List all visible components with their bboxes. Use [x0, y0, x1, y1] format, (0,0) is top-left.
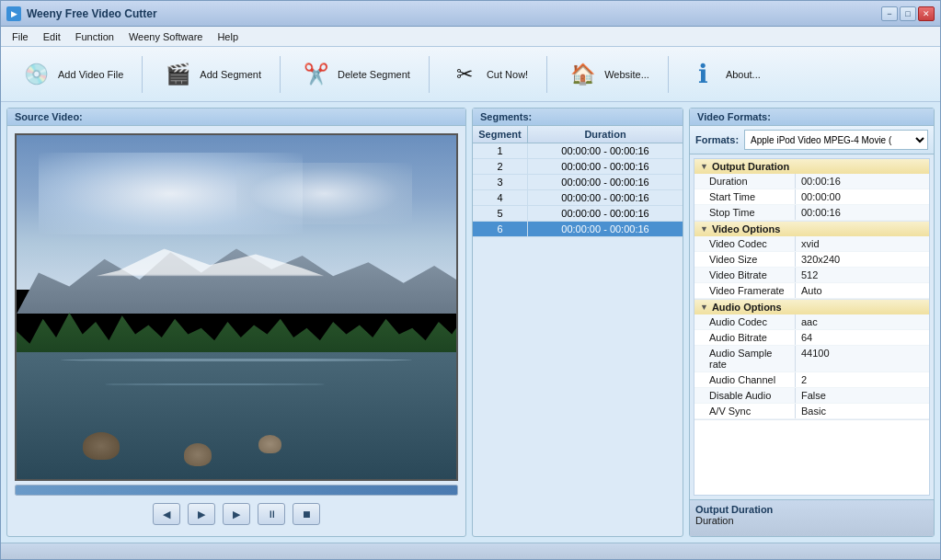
- add-segment-button[interactable]: 🎬 Add Segment: [152, 54, 270, 95]
- add-video-icon: 💿: [19, 58, 52, 91]
- toolbar: 💿 Add Video File 🎬 Add Segment ✂️ Delete…: [1, 47, 940, 102]
- menu-bar: File Edit Function Weeny Software Help: [1, 27, 940, 47]
- prop-achannel-value: 2: [796, 372, 929, 387]
- app-icon: ▶: [6, 6, 21, 21]
- menu-file[interactable]: File: [5, 29, 36, 44]
- output-duration-label: Output Duration: [712, 161, 789, 172]
- menu-help[interactable]: Help: [210, 29, 246, 44]
- next-button[interactable]: ▶: [188, 503, 215, 525]
- prop-row: Video Codec xvid: [694, 236, 929, 252]
- prop-row: Audio Bitrate 64: [694, 330, 929, 346]
- format-select[interactable]: Apple iPod Video MPEG-4 Movie ( AVI MP4 …: [744, 130, 928, 150]
- delete-segment-icon: ✂️: [299, 58, 332, 91]
- minimize-button[interactable]: −: [881, 6, 898, 21]
- prop-start-name: Start Time: [694, 189, 796, 204]
- about-button[interactable]: ℹ About...: [678, 54, 770, 95]
- prop-vcodec-value: xvid: [796, 236, 929, 251]
- video-options-header[interactable]: ▼ Video Options: [694, 222, 929, 236]
- add-video-button[interactable]: 💿 Add Video File: [10, 54, 132, 95]
- table-row[interactable]: 2 00:00:00 - 00:00:16: [473, 159, 683, 175]
- prop-duration-name: Duration: [694, 174, 796, 189]
- website-button[interactable]: 🏠 Website...: [557, 54, 659, 95]
- title-bar: ▶ Weeny Free Video Cutter − □ ✕: [1, 1, 940, 27]
- about-icon: ℹ: [687, 58, 720, 91]
- video-area: ◀ ▶ ▶ ⏸ ⏹: [7, 126, 465, 536]
- video-frame: [15, 133, 458, 481]
- rock2: [184, 443, 212, 466]
- delete-segment-label: Delete Segment: [338, 69, 410, 80]
- cloud2: [236, 163, 412, 224]
- about-label: About...: [726, 69, 761, 80]
- seg-num: 3: [473, 175, 528, 189]
- segments-table: Segment Duration 1 00:00:00 - 00:00:16 2…: [473, 126, 683, 536]
- progress-fill: [16, 486, 457, 495]
- output-duration-header[interactable]: ▼ Output Duration: [694, 159, 929, 174]
- prev-button[interactable]: ◀: [153, 503, 180, 525]
- prop-disaudio-value: False: [796, 388, 929, 403]
- prop-row: Video Bitrate 512: [694, 268, 929, 283]
- prop-vframerate-name: Video Framerate: [694, 283, 796, 298]
- segments-header: Segment Duration: [473, 126, 683, 143]
- video-options-label: Video Options: [712, 223, 780, 234]
- prop-avsync-value: Basic: [796, 404, 929, 418]
- prop-row: Disable Audio False: [694, 388, 929, 404]
- prop-row: Start Time 00:00:00: [694, 189, 929, 205]
- cut-now-icon: ✂: [448, 58, 481, 91]
- table-row[interactable]: 4 00:00:00 - 00:00:16: [473, 190, 683, 206]
- seg-num: 4: [473, 190, 528, 205]
- toolbar-separator-3: [429, 56, 430, 93]
- prop-row: Audio Sample rate 44100: [694, 346, 929, 372]
- audio-options-section: ▼ Audio Options Audio Codec aac Audio Bi…: [694, 300, 929, 420]
- prop-stop-value: 00:00:16: [796, 205, 929, 220]
- prop-avsync-name: A/V Sync: [694, 404, 796, 418]
- prop-row: Audio Codec aac: [694, 314, 929, 330]
- video-options-section: ▼ Video Options Video Codec xvid Video S…: [694, 222, 929, 300]
- col-segment: Segment: [473, 126, 528, 143]
- rock3: [258, 435, 281, 453]
- play-button[interactable]: ▶: [223, 503, 250, 525]
- main-window: ▶ Weeny Free Video Cutter − □ ✕ File Edi…: [0, 0, 941, 560]
- window-title: Weeny Free Video Cutter: [27, 7, 881, 20]
- menu-weeny-software[interactable]: Weeny Software: [121, 29, 211, 44]
- maximize-button[interactable]: □: [900, 6, 916, 21]
- table-row[interactable]: 3 00:00:00 - 00:00:16: [473, 175, 683, 190]
- formats-panel: Video Formats: Formats: Apple iPod Video…: [689, 108, 935, 537]
- add-segment-label: Add Segment: [200, 69, 261, 80]
- table-row-selected[interactable]: 6 00:00:00 - 00:00:16: [473, 222, 683, 237]
- table-row[interactable]: 1 00:00:00 - 00:00:16: [473, 143, 683, 159]
- delete-segment-button[interactable]: ✂️ Delete Segment: [290, 54, 419, 95]
- seg-dur: 00:00:00 - 00:00:16: [528, 206, 683, 221]
- audio-options-header[interactable]: ▼ Audio Options: [694, 300, 929, 314]
- pause-button[interactable]: ⏸: [258, 503, 285, 525]
- seg-num: 5: [473, 206, 528, 221]
- progress-bar[interactable]: [15, 485, 458, 496]
- formats-bottom-val: Duration: [695, 515, 928, 526]
- prop-stop-name: Stop Time: [694, 205, 796, 220]
- prop-asample-name: Audio Sample rate: [694, 346, 796, 371]
- source-panel: Source Video:: [6, 108, 466, 537]
- stop-button[interactable]: ⏹: [293, 503, 320, 525]
- formats-bottom: Output Duration Duration: [690, 499, 934, 536]
- prop-vbitrate-value: 512: [796, 268, 929, 282]
- properties-tree: ▼ Output Duration Duration 00:00:16 Star…: [694, 158, 930, 496]
- menu-function[interactable]: Function: [68, 29, 121, 44]
- menu-edit[interactable]: Edit: [36, 29, 68, 44]
- water-shimmer2: [105, 383, 325, 385]
- prop-start-value: 00:00:00: [796, 189, 929, 204]
- prop-asample-value: 44100: [796, 346, 929, 371]
- source-panel-title: Source Video:: [7, 109, 465, 126]
- cut-now-button[interactable]: ✂ Cut Now!: [439, 54, 537, 95]
- audio-options-label: Audio Options: [712, 302, 782, 313]
- seg-dur: 00:00:00 - 00:00:16: [528, 222, 683, 236]
- prop-abitrate-name: Audio Bitrate: [694, 330, 796, 345]
- segments-panel-title: Segments:: [473, 109, 683, 126]
- collapse-icon: ▼: [700, 303, 708, 312]
- player-controls: ◀ ▶ ▶ ⏸ ⏹: [15, 499, 458, 529]
- toolbar-separator-1: [142, 56, 143, 93]
- col-duration: Duration: [528, 126, 683, 143]
- table-row[interactable]: 5 00:00:00 - 00:00:16: [473, 206, 683, 222]
- close-button[interactable]: ✕: [918, 6, 935, 21]
- prop-acodec-name: Audio Codec: [694, 314, 796, 329]
- seg-num: 1: [473, 143, 528, 158]
- prop-vbitrate-name: Video Bitrate: [694, 268, 796, 282]
